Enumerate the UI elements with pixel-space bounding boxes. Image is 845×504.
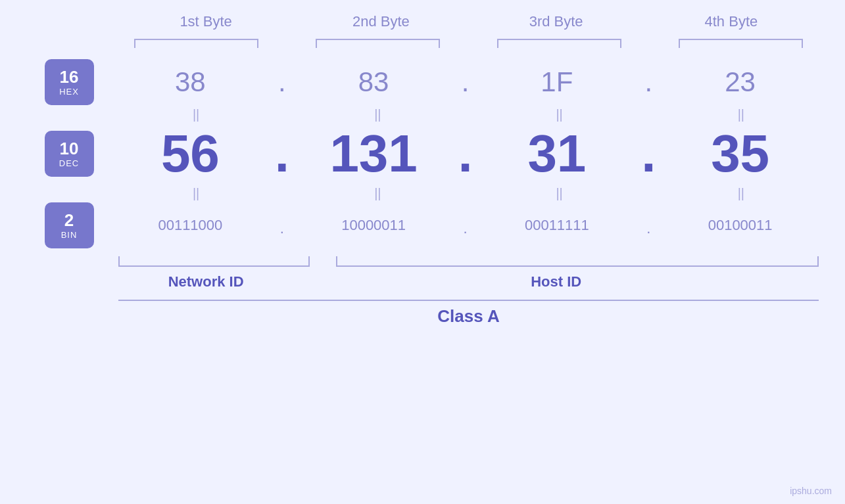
bracket-cell-2: [300, 35, 455, 49]
hex-label-cell: 16 HEX: [26, 59, 112, 105]
top-brackets-row: [26, 35, 819, 49]
hex-values: 38 . 83 . 1F . 23: [112, 66, 819, 98]
top-bracket-3: [497, 39, 621, 48]
eq-1-1: ||: [118, 108, 274, 121]
eq-1-4: ||: [664, 108, 819, 121]
host-id-bracket: [336, 256, 819, 267]
eq-2-3: ||: [482, 187, 637, 200]
dec-base-name: DEC: [59, 158, 79, 168]
bottom-bracket-container: [26, 252, 819, 272]
dec-row: 10 DEC 56 . 131 . 31 . 35: [26, 124, 819, 184]
bin-dot-1: .: [269, 212, 295, 239]
byte-headers: 1st Byte 2nd Byte 3rd Byte 4th Byte: [26, 13, 819, 30]
network-id-bracket: [118, 256, 310, 267]
byte-header-1: 1st Byte: [118, 13, 293, 30]
dec-dot-1: .: [269, 124, 295, 184]
top-bracket-1: [134, 39, 258, 48]
hex-base-num: 16: [60, 68, 79, 87]
bracket-cell-3: [482, 35, 637, 49]
dec-val-4: 35: [662, 127, 819, 180]
watermark: ipshu.com: [790, 486, 832, 496]
top-bracket-4: [679, 39, 803, 48]
equals-row-1: || || || ||: [26, 108, 819, 121]
eq-1-3: ||: [482, 108, 637, 121]
dec-badge: 10 DEC: [45, 131, 94, 177]
equals-row-2: || || || ||: [26, 187, 819, 200]
bin-label-cell: 2 BIN: [26, 202, 112, 248]
byte-header-4: 4th Byte: [644, 13, 819, 30]
eq-2-4: ||: [664, 187, 819, 200]
hex-dot-3: .: [635, 66, 662, 98]
hex-dot-2: .: [452, 66, 479, 98]
eq-1-2: ||: [300, 108, 455, 121]
hex-base-name: HEX: [59, 87, 79, 97]
main-container: 1st Byte 2nd Byte 3rd Byte 4th Byte 16 H…: [0, 0, 845, 504]
bin-base-name: BIN: [61, 230, 78, 240]
bin-val-2: 10000011: [295, 217, 452, 234]
dec-values: 56 . 131 . 31 . 35: [112, 124, 819, 184]
dec-dot-3: .: [635, 124, 662, 184]
dec-val-2: 131: [295, 127, 452, 180]
segment-labels-row: Network ID Host ID: [26, 273, 819, 290]
bin-val-1: 00111000: [112, 217, 269, 234]
dec-base-num: 10: [60, 139, 79, 158]
network-id-label: Network ID: [118, 273, 293, 290]
bin-dot-3: .: [635, 212, 662, 239]
bin-base-num: 2: [64, 211, 74, 230]
hex-badge: 16 HEX: [45, 59, 94, 105]
bin-val-4: 00100011: [662, 217, 819, 234]
bin-values: 00111000 . 10000011 . 00011111 . 0010001…: [112, 212, 819, 239]
bin-val-3: 00011111: [479, 217, 636, 234]
dec-dot-2: .: [452, 124, 479, 184]
bin-dot-2: .: [452, 212, 479, 239]
host-id-label: Host ID: [293, 273, 819, 290]
bracket-cell-1: [118, 35, 274, 49]
dec-val-1: 56: [112, 127, 269, 180]
bin-row: 2 BIN 00111000 . 10000011 . 00011111 .: [26, 202, 819, 248]
hex-row: 16 HEX 38 . 83 . 1F . 23: [26, 59, 819, 105]
class-label: Class A: [118, 301, 819, 327]
eq-2-1: ||: [118, 187, 274, 200]
hex-val-2: 83: [295, 66, 452, 98]
top-bracket-2: [316, 39, 440, 48]
byte-header-2: 2nd Byte: [293, 13, 468, 30]
dec-label-cell: 10 DEC: [26, 131, 112, 177]
byte-header-3: 3rd Byte: [469, 13, 644, 30]
dec-val-3: 31: [479, 127, 636, 180]
bracket-cell-4: [664, 35, 819, 49]
hex-val-4: 23: [662, 66, 819, 98]
hex-val-3: 1F: [479, 66, 636, 98]
eq-2-2: ||: [300, 187, 455, 200]
hex-dot-1: .: [269, 66, 295, 98]
class-section: Class A: [26, 300, 819, 327]
hex-val-1: 38: [112, 66, 269, 98]
bin-badge: 2 BIN: [45, 202, 94, 248]
